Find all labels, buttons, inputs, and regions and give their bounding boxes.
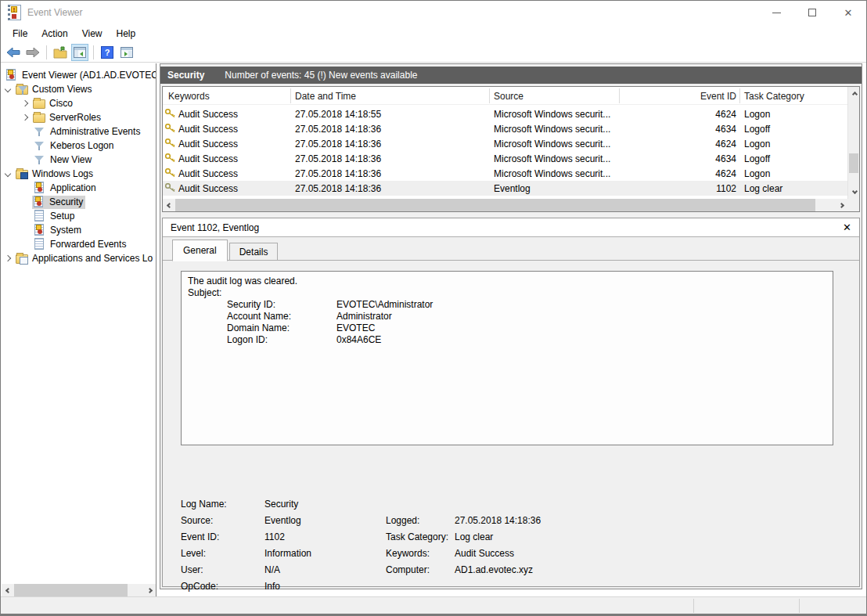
table-row[interactable]: Audit Success 27.05.2018 14:18:55 Micros…	[163, 106, 847, 121]
preview-close-icon[interactable]: ✕	[843, 222, 851, 233]
tree-node-system[interactable]: System	[2, 223, 156, 237]
minimize-button[interactable]	[758, 1, 794, 24]
scroll-right-icon[interactable]	[835, 199, 847, 211]
tree-node-keberos-logon[interactable]: Keberos Logon	[2, 139, 156, 153]
event-log-icon	[34, 182, 46, 193]
column-task-category[interactable]: Task Category	[744, 87, 804, 105]
expand-chevron-icon[interactable]	[22, 100, 28, 106]
preview-title: Event 1102, Eventlog	[171, 222, 259, 233]
column-keywords[interactable]: Keywords	[168, 87, 210, 105]
filter-icon	[34, 154, 46, 165]
menu-action[interactable]: Action	[34, 26, 74, 41]
table-header: Keywords Date and Time Source Event ID T…	[163, 87, 847, 105]
tree-horizontal-scrollbar[interactable]	[2, 584, 156, 596]
tree-node-security[interactable]: Security	[2, 195, 156, 209]
event-description[interactable]: The audit log was cleared. Subject: Secu…	[181, 271, 833, 445]
action-pane-icon	[121, 47, 133, 58]
preview-header: Event 1102, Eventlog ✕	[163, 218, 859, 237]
table-horizontal-scrollbar[interactable]	[163, 199, 847, 211]
table-row[interactable]: Audit Success 27.05.2018 14:18:36 Micros…	[163, 151, 847, 166]
maximize-button[interactable]	[794, 1, 830, 24]
audit-key-icon	[165, 153, 175, 162]
table-row[interactable]: Audit Success 27.05.2018 14:18:36 Micros…	[163, 136, 847, 151]
table-row[interactable]: Audit Success 27.05.2018 14:18:36 Micros…	[163, 166, 847, 181]
title-bar: ! Event Viewer ✕	[1, 1, 866, 24]
collapse-chevron-icon[interactable]	[5, 171, 11, 177]
preview-tabs: General Details	[163, 237, 859, 261]
event-viewer-node-icon	[5, 70, 18, 81]
tree-node-applications-services[interactable]: Applications and Services Lo	[2, 251, 156, 265]
scroll-left-icon[interactable]	[2, 584, 14, 596]
forward-button[interactable]	[24, 44, 41, 61]
event-log-icon	[34, 211, 46, 222]
scrollbar-thumb[interactable]	[849, 153, 858, 173]
events-summary: Number of events: 45 (!) New events avai…	[225, 70, 417, 81]
selected-tree-highlight: Security	[32, 196, 85, 209]
folder-icon	[33, 99, 45, 109]
expand-chevron-icon[interactable]	[22, 114, 28, 121]
folder-open-icon	[53, 46, 67, 59]
audit-key-icon	[165, 183, 175, 192]
tree-node-forwarded-events[interactable]: Forwarded Events	[2, 237, 156, 251]
menu-view[interactable]: View	[75, 26, 110, 41]
toolbar: ?	[1, 42, 866, 63]
column-event-id[interactable]: Event ID	[619, 87, 736, 105]
filter-icon	[34, 126, 46, 137]
scroll-left-icon[interactable]	[163, 199, 175, 211]
column-date-time[interactable]: Date and Time	[295, 87, 356, 105]
tree-node-serverroles[interactable]: ServerRoles	[2, 110, 156, 124]
filter-icon	[34, 140, 46, 151]
table-row[interactable]: Audit Success 27.05.2018 14:18:36 Micros…	[163, 121, 847, 136]
events-table: Keywords Date and Time Source Event ID T…	[162, 86, 860, 212]
scrollbar-thumb[interactable]	[14, 584, 128, 596]
tree-node-custom-views[interactable]: Custom Views	[2, 82, 156, 96]
close-icon: ✕	[844, 7, 853, 19]
open-saved-log-button[interactable]	[52, 44, 69, 61]
log-header-bar: Security Number of events: 45 (!) New ev…	[160, 67, 862, 84]
console-tree: Event Viewer (AD1.AD.EVOTEC.X Custom Vie…	[2, 63, 156, 597]
tree-node-application[interactable]: Application	[2, 181, 156, 195]
audit-key-icon	[165, 109, 175, 117]
warning-badge: !	[11, 6, 17, 13]
tree-node-setup[interactable]: Setup	[2, 209, 156, 223]
tree-node-cisco[interactable]: Cisco	[2, 96, 156, 110]
collapse-chevron-icon[interactable]	[5, 86, 11, 92]
table-vertical-scrollbar[interactable]	[847, 87, 859, 199]
custom-views-folder-icon	[16, 85, 28, 95]
log-name: Security	[167, 70, 204, 81]
help-button[interactable]: ?	[99, 44, 116, 61]
audit-key-icon	[165, 139, 175, 147]
tree-node-new-view[interactable]: New View	[2, 153, 156, 167]
scroll-right-icon[interactable]	[143, 584, 156, 596]
menu-help[interactable]: Help	[110, 26, 143, 41]
tab-details[interactable]: Details	[229, 243, 279, 261]
tree-node-administrative-events[interactable]: Administrative Events	[2, 124, 156, 139]
event-viewer-window: ! Event Viewer ✕ File Action View Help	[0, 0, 867, 616]
scroll-up-icon[interactable]	[848, 87, 861, 99]
preview-pane: Event 1102, Eventlog ✕ General Details T…	[162, 218, 860, 587]
expand-chevron-icon[interactable]	[5, 255, 11, 261]
tree-node-windows-logs[interactable]: Windows Logs	[2, 167, 156, 181]
column-source[interactable]: Source	[494, 87, 523, 105]
scroll-down-icon[interactable]	[848, 186, 861, 199]
description-line: The audit log was cleared.	[188, 276, 826, 287]
tab-general[interactable]: General	[172, 240, 228, 261]
table-row-selected[interactable]: Audit Success 27.05.2018 14:18:36 Eventl…	[163, 181, 847, 196]
general-tab-page: The audit log was cleared. Subject: Secu…	[163, 261, 859, 586]
scrollbar-thumb[interactable]	[175, 199, 815, 211]
event-log-icon	[34, 225, 46, 236]
menu-file[interactable]: File	[5, 26, 34, 41]
status-bar	[1, 596, 866, 614]
show-action-pane-button[interactable]	[118, 44, 135, 61]
apps-services-folder-icon	[16, 254, 28, 264]
event-properties: Log Name:Security Source:Eventlog Logged…	[181, 495, 844, 611]
back-button[interactable]	[5, 44, 22, 61]
windows-logs-folder-icon	[16, 170, 28, 179]
window-title: Event Viewer	[27, 7, 82, 18]
close-button[interactable]: ✕	[830, 1, 866, 24]
forward-arrow-icon	[26, 47, 40, 58]
tree-root-event-viewer[interactable]: Event Viewer (AD1.AD.EVOTEC.X	[2, 68, 156, 82]
menu-bar: File Action View Help	[1, 24, 866, 42]
audit-key-icon	[165, 168, 175, 177]
show-console-tree-button[interactable]	[71, 44, 88, 61]
